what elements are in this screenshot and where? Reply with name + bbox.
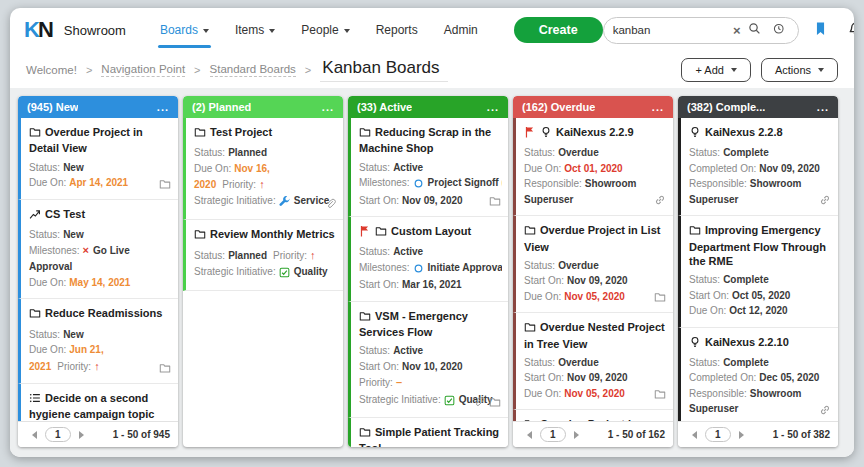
- card-title: Overdue Project in Detail View: [29, 125, 172, 156]
- prev-arrow-icon: [523, 431, 532, 439]
- add-button[interactable]: + Add: [681, 58, 750, 82]
- field-value: Nov 05, 2020: [564, 291, 625, 302]
- card-title: KaiNexus 2.2.9: [524, 125, 667, 141]
- column-title: (33) Active: [357, 101, 412, 113]
- kanban-card[interactable]: Improving Emergency Department Flow Thro…: [678, 216, 838, 327]
- field-label: Completed On:: [689, 163, 756, 174]
- kainexus-logo[interactable]: KN: [24, 17, 52, 43]
- search-icon[interactable]: [748, 21, 761, 39]
- kanban-card[interactable]: KaiNexus 2.2.9Status:OverdueDue On:Oct 0…: [513, 118, 673, 216]
- card-attachment-icons[interactable]: [159, 360, 171, 378]
- kanban-card[interactable]: Overdue Project in Detail ViewStatus:New…: [18, 118, 178, 200]
- kanban-card[interactable]: Test ProjectStatus:PlannedDue On:Nov 16,…: [183, 118, 343, 220]
- field-label: Start On:: [359, 195, 399, 206]
- card-field-line: Status:Overdue: [524, 258, 667, 274]
- kanban-column: (945) New...Overdue Project in Detail Vi…: [18, 96, 178, 447]
- kanban-card[interactable]: Overdue Project in List ViewStatus:Overd…: [513, 216, 673, 313]
- column-menu-button[interactable]: ...: [817, 105, 829, 109]
- card-field-line: Start On:Nov 09, 2020: [524, 370, 667, 386]
- field-value: Project Signoff (Approval: [428, 177, 502, 188]
- breadcrumb-item[interactable]: Standard Boards: [210, 63, 296, 77]
- link-icon: [819, 192, 831, 210]
- kanban-card[interactable]: Reduce ReadmissionsStatus:NewDue On:Jun …: [18, 299, 178, 383]
- column-menu-button[interactable]: ...: [652, 105, 664, 109]
- nav-item-admin[interactable]: Admin: [444, 8, 478, 52]
- kanban-card[interactable]: Reducing Scrap in the Machine ShopStatus…: [348, 118, 508, 217]
- next-page-button[interactable]: [572, 429, 585, 441]
- card-attachment-icons[interactable]: [654, 192, 666, 210]
- prev-arrow-icon: [28, 431, 37, 439]
- next-page-button[interactable]: [737, 429, 750, 441]
- kanban-card[interactable]: Review Monthly MetricsStatus:PlannedPrio…: [183, 220, 343, 291]
- card-title: Overdue Project in Kanban View: [524, 417, 667, 421]
- card-attachment-icons[interactable]: [472, 394, 501, 412]
- field-value: Planned: [228, 147, 267, 158]
- nav-item-people[interactable]: People: [301, 8, 349, 52]
- bell-icon: [848, 21, 854, 36]
- next-page-button[interactable]: [77, 429, 90, 441]
- page-number[interactable]: 1: [705, 427, 731, 442]
- search-input[interactable]: [613, 24, 726, 36]
- kanban-card[interactable]: KaiNexus 2.2.10Status:CompleteCompleted …: [678, 328, 838, 421]
- page-number[interactable]: 1: [540, 427, 566, 442]
- clip-icon: [472, 394, 484, 412]
- field-label: Due On:: [524, 163, 561, 174]
- bookmark-icon[interactable]: [813, 21, 828, 40]
- folder-icon: [159, 176, 171, 194]
- page-range: 1 - 50 of 382: [773, 429, 830, 440]
- column-menu-button[interactable]: ...: [322, 105, 334, 109]
- wrench-icon: [279, 195, 290, 211]
- field-label: Status:: [524, 357, 555, 368]
- field-label: Completed On:: [689, 372, 756, 383]
- kanban-card[interactable]: Simple Patient Tracking ToolStatus:Activ…: [348, 418, 508, 447]
- prev-page-button[interactable]: [521, 429, 534, 441]
- checksq-icon: [279, 266, 290, 282]
- folder-icon: [375, 225, 387, 240]
- create-button[interactable]: Create: [514, 17, 603, 43]
- field-label: Status:: [524, 147, 555, 158]
- breadcrumb-separator-icon: >: [305, 64, 311, 76]
- field-label: Status:: [194, 250, 225, 261]
- page-number[interactable]: 1: [45, 427, 71, 442]
- column-menu-button[interactable]: ...: [487, 105, 499, 109]
- kanban-card[interactable]: Overdue Nested Project in Tree ViewStatu…: [513, 313, 673, 410]
- column-body: Overdue Project in Detail ViewStatus:New…: [18, 118, 178, 421]
- prev-page-button[interactable]: [26, 429, 39, 441]
- card-field-line: Status:Overdue: [524, 355, 667, 371]
- nav-item-boards[interactable]: Boards: [160, 8, 209, 52]
- column-menu-button[interactable]: ...: [157, 105, 169, 109]
- nav-item-items[interactable]: Items: [235, 8, 275, 52]
- notifications-button[interactable]: 68: [848, 21, 854, 40]
- field-value: Complete: [723, 147, 769, 158]
- breadcrumb-item[interactable]: Navigation Point: [101, 63, 185, 77]
- field-value: Complete: [723, 357, 769, 368]
- card-attachment-icons[interactable]: [489, 193, 501, 211]
- kanban-card[interactable]: Custom LayoutStatus:ActiveMilestones:Ini…: [348, 217, 508, 302]
- kanban-card[interactable]: KaiNexus 2.2.8Status:CompleteCompleted O…: [678, 118, 838, 216]
- prev-page-button[interactable]: [686, 429, 699, 441]
- nav-item-reports[interactable]: Reports: [376, 8, 418, 52]
- card-attachment-icons[interactable]: [819, 402, 831, 420]
- field-value: New: [63, 162, 84, 173]
- card-title: Reduce Readmissions: [29, 306, 172, 322]
- kanban-card[interactable]: CS TestStatus:NewMilestones:×Go Live App…: [18, 200, 178, 300]
- search-history-icon[interactable]: [772, 21, 785, 39]
- card-attachment-icons[interactable]: [819, 192, 831, 210]
- chevron-down-icon: [344, 29, 350, 36]
- card-field-line: Status:PlannedPriority:↑: [194, 247, 337, 264]
- card-attachment-icons[interactable]: [654, 386, 666, 404]
- card-field-line: Start On:Mar 16, 2021: [359, 277, 502, 293]
- card-attachment-icons[interactable]: [159, 176, 171, 194]
- kanban-card[interactable]: Decide on a second hygiene campaign topi…: [18, 384, 178, 421]
- card-field-line: Priority:–: [359, 374, 502, 391]
- card-attachment-icons[interactable]: [324, 196, 336, 214]
- card-attachment-icons[interactable]: [654, 289, 666, 307]
- clear-search-icon[interactable]: ×: [733, 24, 741, 37]
- chevron-down-icon: [818, 68, 824, 75]
- breadcrumb-item[interactable]: Welcome!: [26, 64, 77, 77]
- kanban-card[interactable]: Overdue Project in Kanban ViewStatus:Ove…: [513, 410, 673, 421]
- card-field-line: Responsible:Showroom Superuser: [689, 386, 832, 417]
- page-title: Kanban Boards: [320, 58, 447, 82]
- kanban-card[interactable]: VSM - Emergency Services FlowStatus:Acti…: [348, 302, 508, 418]
- actions-button[interactable]: Actions: [761, 58, 838, 82]
